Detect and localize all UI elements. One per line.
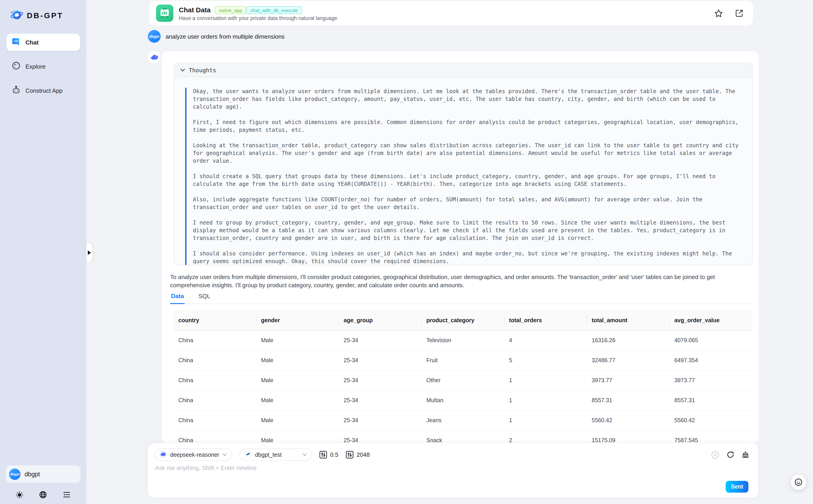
send-button[interactable]: Sent — [726, 481, 748, 493]
table-cell: China — [174, 370, 256, 390]
feedback-smiley-button[interactable] — [791, 474, 806, 490]
table-cell: 16316.26 — [587, 330, 670, 350]
app-subtitle: Have a conversation with your private da… — [179, 15, 337, 21]
regenerate-icon[interactable] — [727, 451, 734, 459]
table-cell: Other — [422, 370, 504, 390]
table-cell: 5 — [504, 350, 587, 370]
topbar-titles: Chat Data native_appchat_with_db_execute… — [179, 5, 337, 21]
table-row: ChinaMale25-34Fruit532486.776497.354 — [174, 350, 753, 370]
smiley-icon — [794, 478, 803, 486]
tab-data[interactable]: Data — [170, 292, 185, 304]
table-cell: Male — [256, 430, 339, 443]
table-cell: 32486.77 — [587, 350, 670, 370]
table-cell: 5560.42 — [670, 410, 753, 430]
table-cell: 6497.354 — [670, 350, 753, 370]
sidebar-item-label: Explore — [25, 63, 45, 70]
table-cell: 7587.545 — [670, 430, 753, 443]
badge-native_app: native_app — [215, 6, 246, 14]
table-cell: Male — [256, 390, 339, 410]
language-globe-icon[interactable] — [39, 491, 47, 499]
sidebar-nav: Chat Explore — [0, 34, 86, 106]
table-cell: China — [174, 410, 256, 430]
share-export-icon[interactable] — [733, 6, 746, 20]
thoughts-body: Okay, the user wants to analyze user ord… — [174, 77, 752, 265]
assistant-summary: To analyze user orders from multiple dim… — [170, 273, 748, 289]
table-cell: Fruit — [422, 350, 504, 370]
chat-data-app-icon — [156, 5, 173, 22]
user-avatar: dbgpt — [9, 468, 20, 480]
table-cell: 15175.09 — [587, 430, 670, 443]
user-message-avatar: dbgpt — [148, 30, 160, 43]
column-header-gender: gender — [256, 310, 339, 330]
table-cell: 1 — [504, 370, 587, 390]
temperature-control[interactable]: 0.5 — [319, 451, 338, 459]
temperature-value: 0.5 — [330, 451, 338, 458]
pause-icon[interactable] — [711, 451, 719, 459]
logo: DB-GPT — [10, 8, 86, 24]
chevron-down-icon — [222, 453, 227, 456]
chat-icon — [12, 37, 20, 47]
table-cell: 25-34 — [339, 350, 422, 370]
column-header-country: country — [174, 310, 256, 330]
table-cell: 1 — [504, 410, 587, 430]
clear-chat-broom-icon[interactable] — [742, 451, 749, 459]
sidebar-item-explore[interactable]: Explore — [6, 58, 80, 75]
sliders-icon — [346, 451, 354, 459]
table-cell: Male — [256, 410, 339, 430]
logo-text: DB-GPT — [27, 11, 63, 20]
user-name: dbgpt — [25, 471, 40, 477]
thoughts-header[interactable]: Thoughts — [174, 63, 752, 77]
user-card[interactable]: dbgpt dbgpt — [6, 465, 80, 483]
table-header-row: countrygenderage_groupproduct_categoryto… — [174, 310, 753, 330]
mysql-db-icon — [244, 450, 252, 459]
sidebar-item-label: Construct App — [25, 87, 63, 94]
table-cell: 25-34 — [339, 430, 422, 443]
thought-paragraph: Also, include aggregate functions like C… — [193, 196, 741, 211]
table-cell: Jeans — [422, 410, 504, 430]
composer: deepseek-reasoner dbgpt_test — [148, 443, 758, 498]
table-cell: Male — [256, 330, 339, 350]
deepseek-whale-icon — [159, 450, 167, 459]
explore-planet-icon — [12, 61, 20, 71]
collapse-sidebar-icon[interactable] — [63, 491, 70, 499]
max-tokens-control[interactable]: 2048 — [346, 451, 370, 459]
table-cell: China — [174, 330, 256, 350]
assistant-whale-avatar — [148, 51, 160, 64]
assistant-message-bubble: Thoughts Okay, the user wants to analyze… — [162, 51, 758, 443]
theme-sun-icon[interactable] — [16, 491, 23, 498]
chevron-down-icon — [302, 453, 307, 456]
sidebar-expand-handle[interactable] — [86, 243, 92, 262]
topbar: Chat Data native_appchat_with_db_execute… — [149, 1, 753, 25]
chat-input[interactable] — [155, 464, 633, 484]
thought-paragraph: I need to group by product_category, cou… — [193, 219, 741, 242]
robot-icon — [12, 85, 20, 95]
sidebar-item-chat[interactable]: Chat — [6, 34, 80, 51]
table-cell: 25-34 — [339, 370, 422, 390]
tab-sql[interactable]: SQL — [197, 292, 211, 304]
favorite-star-icon[interactable] — [712, 6, 725, 20]
chevron-down-icon — [180, 68, 185, 72]
table-cell: China — [174, 390, 256, 410]
table-cell: 2 — [504, 430, 587, 443]
result-table: countrygenderage_groupproduct_categoryto… — [174, 310, 753, 443]
table-cell: 8557.31 — [587, 390, 670, 410]
thought-paragraph: Okay, the user wants to analyze user ord… — [193, 88, 741, 111]
table-cell: China — [174, 350, 256, 370]
dbgpt-logo-icon — [10, 8, 24, 24]
sidebar: DB-GPT Chat — [0, 0, 86, 504]
thought-paragraph: I should create a SQL query that groups … — [193, 173, 741, 188]
table-cell: 4079.065 — [670, 330, 753, 350]
table-cell: China — [174, 430, 256, 443]
composer-toolbar: deepseek-reasoner dbgpt_test — [148, 443, 758, 461]
thoughts-content: Okay, the user wants to analyze user ord… — [185, 88, 741, 265]
app-root: DB-GPT Chat — [0, 0, 813, 504]
table-cell: Snack — [422, 430, 504, 443]
db-selector[interactable]: dbgpt_test — [239, 449, 312, 461]
model-selector-value: deepseek-reasoner — [170, 452, 219, 458]
sidebar-item-construct-app[interactable]: Construct App — [6, 82, 80, 99]
table-row: ChinaMale25-34Television416316.264079.06… — [174, 330, 753, 350]
table-cell: 3973.77 — [587, 370, 670, 390]
user-message-row: dbgpt analyze user orders from multiple … — [148, 30, 285, 43]
model-selector[interactable]: deepseek-reasoner — [154, 449, 232, 461]
user-message-text: analyze user orders from multiple dimens… — [165, 33, 285, 40]
